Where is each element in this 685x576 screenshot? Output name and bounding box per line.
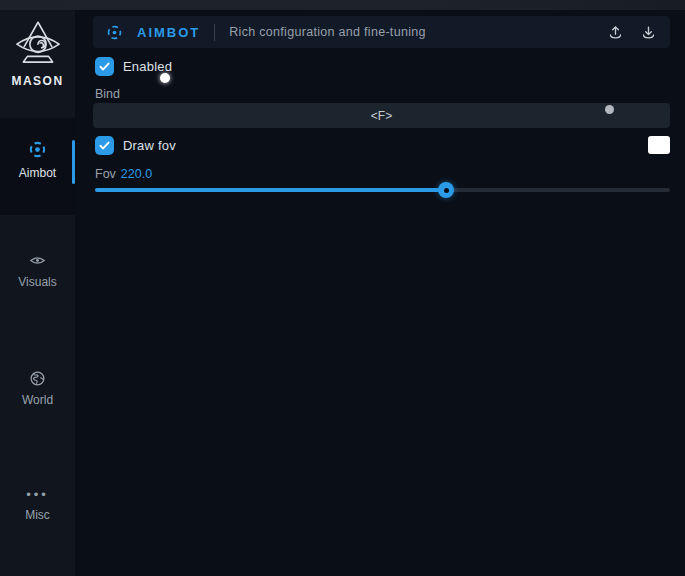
fov-color-swatch[interactable] (648, 136, 670, 154)
sidebar-item-label: World (22, 393, 53, 407)
enabled-checkbox[interactable] (95, 57, 114, 76)
crosshair-icon (28, 140, 47, 159)
main-content: AIMBOT Rich configuration and fine-tunin… (75, 10, 685, 576)
sidebar-item-world[interactable]: World (0, 370, 75, 407)
upload-config-button[interactable] (607, 24, 624, 41)
secondary-cursor-dot (605, 105, 614, 114)
draw-fov-label: Draw fov (123, 138, 176, 153)
crosshair-icon (106, 24, 123, 41)
draw-fov-row: Draw fov (95, 136, 176, 155)
fov-slider[interactable] (95, 182, 670, 198)
header-divider (214, 24, 215, 41)
download-icon (640, 24, 657, 41)
ellipsis-icon: ••• (26, 490, 49, 502)
fov-label-row: Fov220.0 (95, 167, 152, 181)
enabled-label: Enabled (123, 59, 172, 74)
eye-icon (29, 252, 46, 269)
globe-icon (29, 370, 46, 387)
fov-slider-fill (95, 188, 446, 192)
sidebar-item-label: Visuals (18, 275, 56, 289)
bind-key-value: <F> (371, 109, 392, 123)
download-config-button[interactable] (640, 24, 657, 41)
enabled-row: Enabled (95, 57, 172, 76)
bind-key-input[interactable]: <F> (93, 103, 670, 128)
page-subtitle: Rich configuration and fine-tuning (229, 25, 607, 39)
fov-value: 220.0 (121, 167, 152, 181)
header-actions (607, 24, 657, 41)
sidebar-item-misc[interactable]: ••• Misc (0, 490, 75, 522)
upload-icon (607, 24, 624, 41)
pyramid-eye-logo-icon (12, 18, 64, 72)
sidebar-item-aimbot[interactable]: Aimbot (0, 118, 75, 215)
sidebar-item-label: Misc (25, 508, 50, 522)
sidebar-item-visuals[interactable]: Visuals (0, 252, 75, 289)
brand-logo: MASON (0, 18, 75, 88)
draw-fov-checkbox[interactable] (95, 136, 114, 155)
checkmark-icon (98, 139, 111, 152)
checkmark-icon (98, 60, 111, 73)
sidebar: MASON Aimbot Visuals World ••• Misc (0, 10, 75, 576)
sidebar-item-label: Aimbot (19, 166, 56, 180)
bind-label: Bind (95, 87, 120, 101)
fov-label: Fov (95, 167, 116, 181)
window-titlebar (0, 0, 685, 10)
fov-slider-handle[interactable] (438, 182, 454, 198)
section-header: AIMBOT Rich configuration and fine-tunin… (93, 16, 670, 48)
mouse-cursor-dot (160, 73, 170, 83)
page-title: AIMBOT (137, 25, 200, 40)
brand-name: MASON (11, 74, 63, 88)
